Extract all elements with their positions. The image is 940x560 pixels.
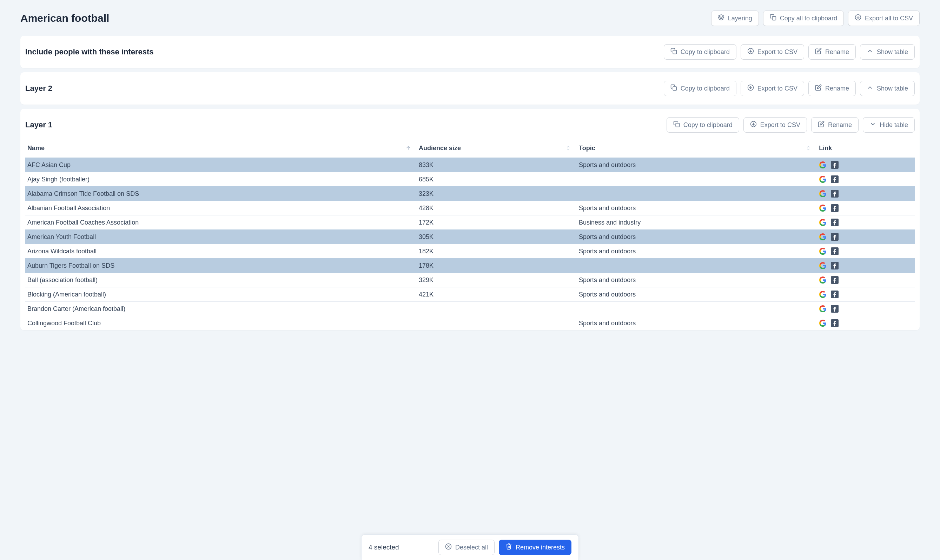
cell-audience: 172K	[417, 215, 577, 230]
table-row[interactable]: Brandon Carter (American football)	[25, 302, 915, 316]
cell-audience: 685K	[417, 172, 577, 187]
cell-audience: 178K	[417, 258, 577, 273]
facebook-icon[interactable]	[831, 233, 838, 241]
google-icon[interactable]	[819, 161, 827, 169]
cell-link	[817, 288, 915, 302]
facebook-icon[interactable]	[831, 248, 838, 255]
cell-name: Albanian Football Association	[25, 201, 417, 215]
google-icon[interactable]	[819, 218, 827, 226]
facebook-icon[interactable]	[831, 161, 838, 169]
table-row[interactable]: Blocking (American football) 421K Sports…	[25, 288, 915, 302]
cell-name: Arizona Wildcats football	[25, 244, 417, 258]
cell-name: Collingwood Football Club	[25, 316, 417, 331]
copy-icon	[670, 48, 677, 56]
copy-icon	[673, 121, 680, 129]
export-to-csv-button[interactable]: Export to CSV	[743, 117, 807, 132]
cell-name: Auburn Tigers Football on SDS	[25, 258, 417, 273]
google-icon[interactable]	[819, 190, 827, 197]
table-row[interactable]: Ajay Singh (footballer) 685K	[25, 172, 915, 187]
cell-topic: Sports and outdoors	[577, 230, 817, 244]
google-icon[interactable]	[819, 248, 827, 255]
copy-to-clipboard-button[interactable]: Copy to clipboard	[664, 81, 737, 96]
rename-button[interactable]: Rename	[811, 117, 858, 132]
facebook-icon[interactable]	[831, 218, 838, 226]
google-icon[interactable]	[819, 233, 827, 241]
export-all-label: Export all to CSV	[865, 15, 913, 22]
download-icon	[747, 48, 754, 56]
table-row[interactable]: Collingwood Football Club Sports and out…	[25, 316, 915, 331]
google-icon[interactable]	[819, 319, 827, 327]
cell-link	[817, 215, 915, 230]
copy-to-clipboard-button[interactable]: Copy to clipboard	[664, 44, 737, 60]
cell-link	[817, 302, 915, 316]
cell-audience: 305K	[417, 230, 577, 244]
rename-button[interactable]: Rename	[808, 44, 856, 60]
facebook-icon[interactable]	[831, 305, 838, 312]
facebook-icon[interactable]	[831, 276, 838, 284]
page-toolbar: Layering Copy all to clipboard Export al…	[711, 11, 920, 26]
google-icon[interactable]	[819, 291, 827, 298]
facebook-icon[interactable]	[831, 319, 838, 327]
copy-label: Copy to clipboard	[683, 122, 732, 129]
toggle-table-button[interactable]: Show table	[860, 81, 915, 96]
layering-button[interactable]: Layering	[711, 11, 759, 26]
facebook-icon[interactable]	[831, 291, 838, 298]
copy-label: Copy to clipboard	[681, 85, 730, 92]
rename-button[interactable]: Rename	[808, 81, 856, 96]
table-row[interactable]: Ball (association football) 329K Sports …	[25, 273, 915, 288]
copy-all-button[interactable]: Copy all to clipboard	[763, 11, 844, 26]
table-row[interactable]: AFC Asian Cup 833K Sports and outdoors	[25, 158, 915, 172]
cell-topic: Sports and outdoors	[577, 316, 817, 331]
cell-topic: Sports and outdoors	[577, 244, 817, 258]
svg-rect-4	[673, 50, 676, 54]
toggle-table-button[interactable]: Hide table	[863, 117, 915, 132]
google-icon[interactable]	[819, 175, 827, 183]
cell-topic: Sports and outdoors	[577, 158, 817, 172]
cell-name: Ajay Singh (footballer)	[25, 172, 417, 187]
copy-all-label: Copy all to clipboard	[780, 15, 837, 22]
cell-link	[817, 258, 915, 273]
col-name-header[interactable]: Name	[25, 141, 417, 158]
toggle-table-button[interactable]: Show table	[860, 44, 915, 60]
export-to-csv-button[interactable]: Export to CSV	[741, 44, 804, 60]
facebook-icon[interactable]	[831, 175, 838, 183]
copy-to-clipboard-button[interactable]: Copy to clipboard	[667, 117, 739, 132]
cell-link	[817, 316, 915, 331]
cell-link	[817, 201, 915, 215]
cell-topic	[577, 302, 817, 316]
chevron-up-icon	[867, 84, 873, 92]
cell-name: American Youth Football	[25, 230, 417, 244]
table-row[interactable]: Alabama Crimson Tide Football on SDS 323…	[25, 187, 915, 201]
google-icon[interactable]	[819, 305, 827, 312]
facebook-icon[interactable]	[831, 204, 838, 212]
col-topic-header[interactable]: Topic	[577, 141, 817, 158]
table-row[interactable]: American Football Coaches Association 17…	[25, 215, 915, 230]
download-icon	[750, 121, 757, 129]
google-icon[interactable]	[819, 276, 827, 284]
facebook-icon[interactable]	[831, 262, 838, 269]
export-label: Export to CSV	[758, 85, 798, 92]
google-icon[interactable]	[819, 204, 827, 212]
table-row[interactable]: Auburn Tigers Football on SDS 178K	[25, 258, 915, 273]
table-row[interactable]: Albanian Football Association 428K Sport…	[25, 201, 915, 215]
panel-title: Include people with these interests	[25, 48, 154, 57]
facebook-icon[interactable]	[831, 190, 838, 197]
panel: Layer 2 Copy to clipboard Export to CSV …	[20, 72, 920, 105]
sort-asc-icon	[405, 145, 411, 152]
cell-name: AFC Asian Cup	[25, 158, 417, 172]
cell-link	[817, 158, 915, 172]
cell-audience: 182K	[417, 244, 577, 258]
edit-icon	[818, 121, 824, 129]
copy-label: Copy to clipboard	[681, 48, 730, 56]
google-icon[interactable]	[819, 262, 827, 269]
chevron-up-icon	[867, 48, 873, 56]
cell-audience: 329K	[417, 273, 577, 288]
sort-icon	[566, 145, 571, 152]
col-audience-header[interactable]: Audience size	[417, 141, 577, 158]
cell-link	[817, 273, 915, 288]
export-to-csv-button[interactable]: Export to CSV	[741, 81, 804, 96]
table-row[interactable]: Arizona Wildcats football 182K Sports an…	[25, 244, 915, 258]
table-row[interactable]: American Youth Football 305K Sports and …	[25, 230, 915, 244]
svg-rect-10	[676, 123, 679, 127]
export-all-button[interactable]: Export all to CSV	[848, 11, 920, 26]
